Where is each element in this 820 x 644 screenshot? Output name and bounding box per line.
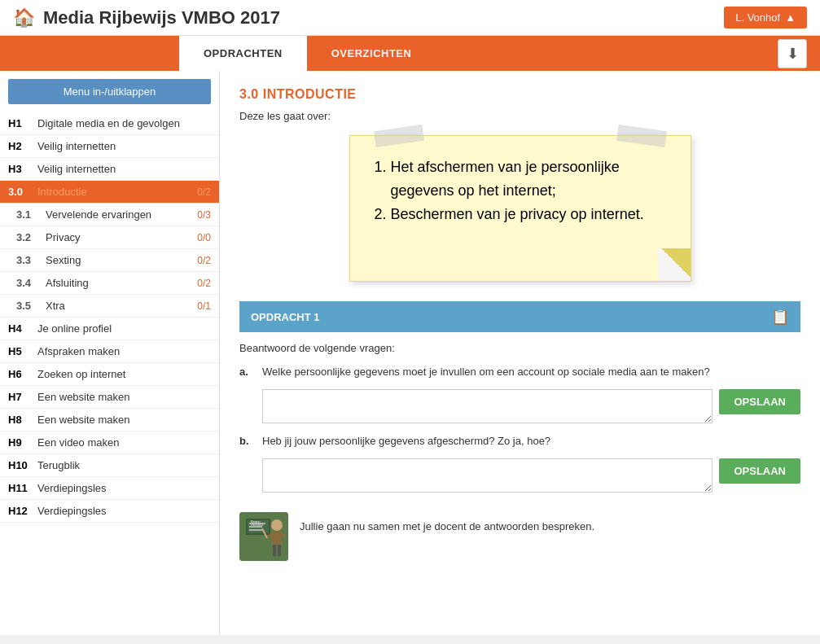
task-body: Beantwoord de volgende vragen: a. Welke … xyxy=(239,332,800,571)
task-box: OPDRACHT 1 📋 Beantwoord de volgende vrag… xyxy=(239,301,800,571)
header-left: 🏠 Media Rijbewijs VMBO 2017 xyxy=(13,7,280,28)
sidebar-item-h9[interactable]: H9 Een video maken xyxy=(0,432,219,454)
sticky-point-2: Beschermen van je privacy op internet. xyxy=(391,203,666,226)
task-header: OPDRACHT 1 📋 xyxy=(239,301,800,332)
tape-top-left xyxy=(373,125,423,147)
sidebar-item-h11[interactable]: H11 Verdiepingsles xyxy=(0,477,219,500)
sidebar-item-3-0[interactable]: 3.0 Introductie 0/2 xyxy=(0,181,219,204)
answer-b-row: OPSLAAN xyxy=(262,458,800,493)
question-a-row: a. Welke persoonlijke gegevens moet je i… xyxy=(239,366,800,378)
intro-text: Deze les gaat over: xyxy=(239,110,800,122)
tape-top-right xyxy=(616,125,666,147)
sticky-note-curl xyxy=(658,248,691,281)
sidebar-item-h1[interactable]: H1 Digitale media en de gevolgen xyxy=(0,112,219,135)
answer-a-input[interactable] xyxy=(262,389,713,423)
tab-overzichten[interactable]: OVERZICHTEN xyxy=(307,36,436,71)
sidebar-item-h4[interactable]: H4 Je online profiel xyxy=(0,318,219,340)
answer-b-input[interactable] xyxy=(262,458,713,493)
nav-tabs-bar: OPDRACHTEN OVERZICHTEN ⬇ xyxy=(0,36,820,71)
sticky-note: Het afschermen van je persoonlijke gegev… xyxy=(349,135,691,282)
task-clipboard-icon: 📋 xyxy=(771,308,789,326)
save-a-button[interactable]: OPSLAAN xyxy=(719,389,800,414)
sidebar-item-3-4[interactable]: 3.4 Afsluiting 0/2 xyxy=(0,272,219,295)
sidebar-item-h5[interactable]: H5 Afspraken maken xyxy=(0,340,219,363)
sidebar-toggle-button[interactable]: Menu in-/uitklappen xyxy=(8,79,211,104)
svg-rect-7 xyxy=(272,532,282,545)
teacher-section: Begrip checklist Jullie gaan nu samen me… xyxy=(239,504,800,561)
sidebar-item-3-5[interactable]: 3.5 Xtra 0/1 xyxy=(0,295,219,318)
sidebar-item-h3[interactable]: H3 Veilig internetten xyxy=(0,158,219,181)
question-b-letter: b. xyxy=(239,435,256,447)
question-b-row: b. Heb jij jouw persoonlijke gegevens af… xyxy=(239,435,800,447)
sidebar-item-h12[interactable]: H12 Verdiepingsles xyxy=(0,500,219,523)
section-title: 3.0 INTRODUCTIE xyxy=(239,87,800,102)
answer-a-row: OPSLAAN xyxy=(262,389,800,423)
app-header: 🏠 Media Rijbewijs VMBO 2017 L. Vonhof ▲ xyxy=(0,0,820,36)
teacher-figure-svg: Begrip checklist xyxy=(239,512,288,561)
sidebar-item-h10[interactable]: H10 Terugblik xyxy=(0,454,219,477)
sticky-note-list: Het afschermen van je persoonlijke gegev… xyxy=(391,156,666,226)
sidebar-item-h7[interactable]: H7 Een website maken xyxy=(0,386,219,409)
question-a-text: Welke persoonlijke gegevens moet je invu… xyxy=(262,366,800,378)
question-b-text: Heb jij jouw persoonlijke gegevens afges… xyxy=(262,435,800,447)
svg-text:checklist: checklist xyxy=(251,523,264,527)
user-label: L. Vonhof xyxy=(735,11,780,24)
sidebar-item-3-3[interactable]: 3.3 Sexting 0/2 xyxy=(0,249,219,272)
tab-opdrachten[interactable]: OPDRACHTEN xyxy=(179,36,307,71)
app-title: Media Rijbewijs VMBO 2017 xyxy=(43,7,280,28)
svg-point-6 xyxy=(271,519,283,531)
svg-rect-11 xyxy=(278,545,281,556)
sidebar-item-h6[interactable]: H6 Zoeken op internet xyxy=(0,363,219,386)
home-icon[interactable]: 🏠 xyxy=(13,7,35,28)
teacher-message: Jullie gaan nu samen met je docent de an… xyxy=(300,512,594,532)
main-layout: Menu in-/uitklappen H1 Digitale media en… xyxy=(0,71,820,635)
question-a-letter: a. xyxy=(239,366,256,378)
teacher-avatar: Begrip checklist xyxy=(239,512,288,561)
sidebar-item-3-1[interactable]: 3.1 Vervelende ervaringen 0/3 xyxy=(0,204,219,226)
download-button[interactable]: ⬇ xyxy=(778,39,807,68)
user-menu-button[interactable]: L. Vonhof ▲ xyxy=(724,7,807,28)
sidebar-item-3-2[interactable]: 3.2 Privacy 0/0 xyxy=(0,226,219,249)
sidebar: Menu in-/uitklappen H1 Digitale media en… xyxy=(0,71,220,635)
svg-rect-10 xyxy=(273,545,276,556)
save-b-button[interactable]: OPSLAAN xyxy=(719,458,800,484)
sidebar-item-h8[interactable]: H8 Een website maken xyxy=(0,409,219,432)
sticky-point-1: Het afschermen van je persoonlijke gegev… xyxy=(391,156,666,203)
user-arrow-icon: ▲ xyxy=(785,11,796,24)
download-icon: ⬇ xyxy=(787,45,799,63)
task-instruction: Beantwoord de volgende vragen: xyxy=(239,342,800,354)
sticky-note-wrapper: Het afschermen van je persoonlijke gegev… xyxy=(239,135,800,282)
content-area: 3.0 INTRODUCTIE Deze les gaat over: Het … xyxy=(220,71,820,635)
task-title: OPDRACHT 1 xyxy=(251,311,320,323)
sidebar-item-h2[interactable]: H2 Veilig internetten xyxy=(0,135,219,158)
